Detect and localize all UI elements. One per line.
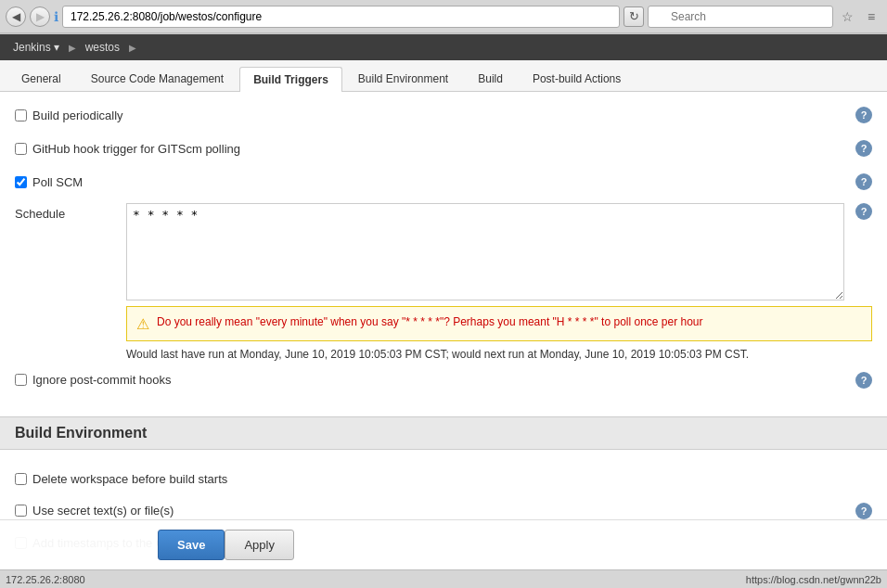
build-periodically-row: Build periodically ?	[15, 103, 872, 127]
build-periodically-label[interactable]: Build periodically	[32, 109, 123, 122]
use-secret-checkbox[interactable]	[15, 505, 27, 517]
tab-bar: General Source Code Management Build Tri…	[0, 60, 887, 92]
nav-jenkins[interactable]: Jenkins ▾	[7, 39, 65, 56]
ignore-post-commit-checkbox[interactable]	[15, 374, 27, 386]
github-hook-row: GitHub hook trigger for GITScm polling ?	[15, 136, 872, 160]
schedule-textarea[interactable]: * * * * *	[126, 203, 844, 300]
poll-scm-label[interactable]: Poll SCM	[32, 175, 83, 189]
use-secret-help[interactable]: ?	[855, 503, 872, 519]
status-right: https://blog.csdn.net/gwnn22b	[746, 574, 881, 585]
use-secret-label[interactable]: Use secret text(s) or file(s)	[32, 504, 174, 518]
tab-build-triggers[interactable]: Build Triggers	[239, 67, 342, 92]
breadcrumb-sep-1: ▶	[69, 43, 76, 53]
ignore-post-commit-label[interactable]: Ignore post-commit hooks	[32, 373, 172, 387]
main-content: General Source Code Management Build Tri…	[0, 60, 887, 588]
bookmark-button[interactable]: ☆	[837, 6, 857, 27]
delete-workspace-row: Delete workspace before build starts	[15, 468, 872, 490]
poll-scm-help[interactable]: ?	[855, 173, 872, 190]
build-periodically-help[interactable]: ?	[855, 107, 872, 123]
tab-general[interactable]: General	[7, 66, 75, 91]
jenkins-dropdown-icon: ▾	[54, 41, 59, 54]
github-hook-checkbox[interactable]	[15, 143, 27, 155]
status-left: 172.25.26.2:8080	[6, 574, 85, 585]
menu-button[interactable]: ≡	[861, 6, 881, 27]
forward-button[interactable]: ▶	[30, 6, 50, 27]
schedule-section: Schedule * * * * * ? ⚠ Do you really mea…	[15, 203, 872, 363]
info-icon: ℹ	[54, 9, 58, 24]
footer-bar: Save Apply	[0, 519, 887, 569]
schedule-info: Would last have run at Monday, June 10, …	[126, 347, 872, 363]
tab-scm[interactable]: Source Code Management	[77, 66, 238, 91]
schedule-label: Schedule	[15, 203, 126, 363]
poll-scm-checkbox[interactable]	[15, 176, 27, 188]
tab-post-build[interactable]: Post-build Actions	[519, 66, 635, 91]
schedule-right: * * * * * ? ⚠ Do you really mean "every …	[126, 203, 872, 363]
breadcrumb-sep-2: ▶	[129, 43, 136, 53]
build-triggers-content: Build periodically ? GitHub hook trigger…	[0, 92, 887, 409]
warning-message: Do you really mean "every minute" when y…	[157, 314, 703, 330]
poll-scm-row: Poll SCM ?	[15, 170, 872, 194]
address-bar[interactable]	[62, 6, 620, 28]
github-hook-label[interactable]: GitHub hook trigger for GITScm polling	[32, 142, 240, 156]
reload-button[interactable]: ↻	[623, 6, 644, 27]
search-input[interactable]	[648, 6, 833, 28]
github-hook-help[interactable]: ?	[855, 140, 872, 157]
schedule-help[interactable]: ?	[855, 203, 872, 220]
build-periodically-checkbox[interactable]	[15, 109, 27, 121]
ignore-post-commit-row: Ignore post-commit hooks ?	[15, 372, 872, 389]
warning-icon: ⚠	[136, 315, 149, 333]
tab-build[interactable]: Build	[464, 66, 517, 91]
build-environment-header: Build Environment	[0, 416, 887, 450]
back-button[interactable]: ◀	[6, 6, 26, 27]
ignore-post-commit-help[interactable]: ?	[855, 372, 872, 389]
apply-button[interactable]: Apply	[225, 530, 294, 560]
delete-workspace-checkbox[interactable]	[15, 473, 27, 485]
delete-workspace-label[interactable]: Delete workspace before build starts	[32, 472, 227, 486]
nav-westos[interactable]: westos	[80, 39, 125, 56]
tab-build-environment[interactable]: Build Environment	[344, 66, 462, 91]
schedule-warning: ⚠ Do you really mean "every minute" when…	[126, 306, 872, 341]
save-button[interactable]: Save	[158, 530, 225, 560]
status-bar: 172.25.26.2:8080 https://blog.csdn.net/g…	[0, 569, 887, 588]
